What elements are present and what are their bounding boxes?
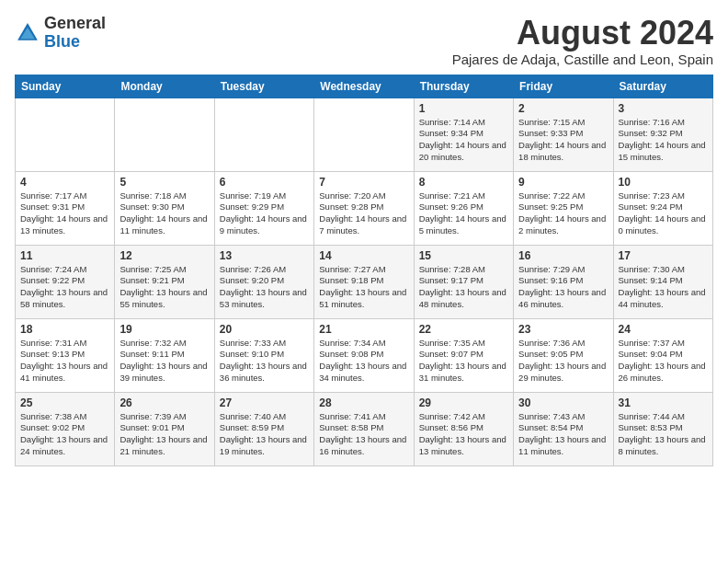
calendar-week-row: 18Sunrise: 7:31 AM Sunset: 9:13 PM Dayli…: [16, 318, 713, 392]
calendar-cell: 10Sunrise: 7:23 AM Sunset: 9:24 PM Dayli…: [613, 171, 712, 245]
weekday-header: Tuesday: [214, 75, 313, 98]
day-number: 6: [220, 176, 309, 189]
logo-blue: Blue: [44, 32, 80, 51]
calendar-cell: 15Sunrise: 7:28 AM Sunset: 9:17 PM Dayli…: [414, 245, 513, 318]
day-info: Sunrise: 7:17 AM Sunset: 9:31 PM Dayligh…: [20, 190, 109, 237]
day-info: Sunrise: 7:40 AM Sunset: 8:59 PM Dayligh…: [220, 411, 309, 458]
day-info: Sunrise: 7:19 AM Sunset: 9:29 PM Dayligh…: [220, 190, 309, 237]
weekday-header: Sunday: [16, 75, 115, 98]
weekday-header: Saturday: [613, 75, 712, 98]
day-number: 20: [220, 323, 309, 336]
weekday-header: Monday: [115, 75, 214, 98]
calendar-cell: 16Sunrise: 7:29 AM Sunset: 9:16 PM Dayli…: [514, 245, 613, 318]
calendar-table: SundayMondayTuesdayWednesdayThursdayFrid…: [15, 75, 713, 466]
day-info: Sunrise: 7:21 AM Sunset: 9:26 PM Dayligh…: [419, 190, 508, 237]
calendar-cell: 3Sunrise: 7:16 AM Sunset: 9:32 PM Daylig…: [613, 98, 712, 171]
day-info: Sunrise: 7:29 AM Sunset: 9:16 PM Dayligh…: [518, 264, 608, 311]
day-info: Sunrise: 7:43 AM Sunset: 8:54 PM Dayligh…: [518, 411, 608, 458]
calendar-cell: 7Sunrise: 7:20 AM Sunset: 9:28 PM Daylig…: [314, 171, 414, 245]
weekday-header-row: SundayMondayTuesdayWednesdayThursdayFrid…: [16, 75, 713, 98]
day-number: 11: [20, 249, 109, 262]
day-info: Sunrise: 7:27 AM Sunset: 9:18 PM Dayligh…: [319, 264, 408, 311]
day-info: Sunrise: 7:42 AM Sunset: 8:56 PM Dayligh…: [419, 411, 508, 458]
day-number: 30: [518, 396, 608, 409]
day-info: Sunrise: 7:22 AM Sunset: 9:25 PM Dayligh…: [518, 190, 608, 237]
calendar-cell: 9Sunrise: 7:22 AM Sunset: 9:25 PM Daylig…: [514, 171, 613, 245]
day-info: Sunrise: 7:44 AM Sunset: 8:53 PM Dayligh…: [619, 411, 708, 458]
day-number: 13: [220, 249, 309, 262]
day-info: Sunrise: 7:34 AM Sunset: 9:08 PM Dayligh…: [319, 338, 408, 385]
day-info: Sunrise: 7:38 AM Sunset: 9:02 PM Dayligh…: [20, 411, 109, 458]
calendar-cell: 6Sunrise: 7:19 AM Sunset: 9:29 PM Daylig…: [214, 171, 313, 245]
calendar-week-row: 1Sunrise: 7:14 AM Sunset: 9:34 PM Daylig…: [16, 98, 713, 171]
day-number: 16: [518, 249, 608, 262]
location: Pajares de Adaja, Castille and Leon, Spa…: [452, 52, 713, 67]
title-block: August 2024 Pajares de Adaja, Castille a…: [452, 15, 713, 67]
calendar-cell: 24Sunrise: 7:37 AM Sunset: 9:04 PM Dayli…: [613, 318, 712, 392]
day-number: 3: [619, 102, 708, 115]
day-number: 17: [619, 249, 708, 262]
day-number: 19: [119, 323, 209, 336]
day-number: 2: [518, 102, 608, 115]
calendar-cell: 18Sunrise: 7:31 AM Sunset: 9:13 PM Dayli…: [16, 318, 115, 392]
day-number: 1: [419, 102, 508, 115]
day-number: 25: [20, 396, 109, 409]
calendar-cell: 4Sunrise: 7:17 AM Sunset: 9:31 PM Daylig…: [16, 171, 115, 245]
day-info: Sunrise: 7:25 AM Sunset: 9:21 PM Dayligh…: [119, 264, 209, 311]
calendar-cell: 12Sunrise: 7:25 AM Sunset: 9:21 PM Dayli…: [115, 245, 214, 318]
calendar-cell: 8Sunrise: 7:21 AM Sunset: 9:26 PM Daylig…: [414, 171, 513, 245]
calendar-week-row: 4Sunrise: 7:17 AM Sunset: 9:31 PM Daylig…: [16, 171, 713, 245]
calendar-cell: [214, 98, 313, 171]
calendar-cell: 31Sunrise: 7:44 AM Sunset: 8:53 PM Dayli…: [613, 392, 712, 465]
day-number: 22: [419, 323, 508, 336]
day-info: Sunrise: 7:30 AM Sunset: 9:14 PM Dayligh…: [619, 264, 708, 311]
day-number: 10: [619, 176, 708, 189]
day-info: Sunrise: 7:36 AM Sunset: 9:05 PM Dayligh…: [518, 338, 608, 385]
day-info: Sunrise: 7:37 AM Sunset: 9:04 PM Dayligh…: [619, 338, 708, 385]
day-info: Sunrise: 7:15 AM Sunset: 9:33 PM Dayligh…: [518, 117, 608, 164]
day-number: 26: [119, 396, 209, 409]
calendar-cell: 25Sunrise: 7:38 AM Sunset: 9:02 PM Dayli…: [16, 392, 115, 465]
calendar-cell: 28Sunrise: 7:41 AM Sunset: 8:58 PM Dayli…: [314, 392, 414, 465]
calendar-cell: 13Sunrise: 7:26 AM Sunset: 9:20 PM Dayli…: [214, 245, 313, 318]
logo: General Blue: [15, 15, 106, 52]
day-number: 24: [619, 323, 708, 336]
day-info: Sunrise: 7:14 AM Sunset: 9:34 PM Dayligh…: [419, 117, 508, 164]
day-info: Sunrise: 7:16 AM Sunset: 9:32 PM Dayligh…: [619, 117, 708, 164]
month-year: August 2024: [452, 15, 713, 52]
day-number: 23: [518, 323, 608, 336]
calendar-cell: 26Sunrise: 7:39 AM Sunset: 9:01 PM Dayli…: [115, 392, 214, 465]
calendar-cell: 23Sunrise: 7:36 AM Sunset: 9:05 PM Dayli…: [514, 318, 613, 392]
day-number: 4: [20, 176, 109, 189]
day-info: Sunrise: 7:33 AM Sunset: 9:10 PM Dayligh…: [220, 338, 309, 385]
day-number: 5: [119, 176, 209, 189]
logo-icon: [15, 20, 40, 46]
day-number: 8: [419, 176, 508, 189]
calendar-cell: 19Sunrise: 7:32 AM Sunset: 9:11 PM Dayli…: [115, 318, 214, 392]
weekday-header: Wednesday: [314, 75, 414, 98]
weekday-header: Thursday: [414, 75, 513, 98]
day-info: Sunrise: 7:18 AM Sunset: 9:30 PM Dayligh…: [119, 190, 209, 237]
day-info: Sunrise: 7:41 AM Sunset: 8:58 PM Dayligh…: [319, 411, 408, 458]
day-number: 12: [119, 249, 209, 262]
weekday-header: Friday: [514, 75, 613, 98]
day-info: Sunrise: 7:32 AM Sunset: 9:11 PM Dayligh…: [119, 338, 209, 385]
calendar-cell: [115, 98, 214, 171]
day-number: 15: [419, 249, 508, 262]
calendar-cell: 27Sunrise: 7:40 AM Sunset: 8:59 PM Dayli…: [214, 392, 313, 465]
page-header: General Blue August 2024 Pajares de Adaj…: [15, 15, 713, 67]
calendar-cell: 14Sunrise: 7:27 AM Sunset: 9:18 PM Dayli…: [314, 245, 414, 318]
day-number: 18: [20, 323, 109, 336]
calendar-cell: [16, 98, 115, 171]
day-info: Sunrise: 7:28 AM Sunset: 9:17 PM Dayligh…: [419, 264, 508, 311]
day-number: 14: [319, 249, 408, 262]
calendar-week-row: 25Sunrise: 7:38 AM Sunset: 9:02 PM Dayli…: [16, 392, 713, 465]
logo-general: General: [44, 14, 106, 32]
day-number: 27: [220, 396, 309, 409]
calendar-cell: 5Sunrise: 7:18 AM Sunset: 9:30 PM Daylig…: [115, 171, 214, 245]
day-number: 9: [518, 176, 608, 189]
day-info: Sunrise: 7:24 AM Sunset: 9:22 PM Dayligh…: [20, 264, 109, 311]
calendar-cell: 11Sunrise: 7:24 AM Sunset: 9:22 PM Dayli…: [16, 245, 115, 318]
calendar-cell: 29Sunrise: 7:42 AM Sunset: 8:56 PM Dayli…: [414, 392, 513, 465]
calendar-week-row: 11Sunrise: 7:24 AM Sunset: 9:22 PM Dayli…: [16, 245, 713, 318]
